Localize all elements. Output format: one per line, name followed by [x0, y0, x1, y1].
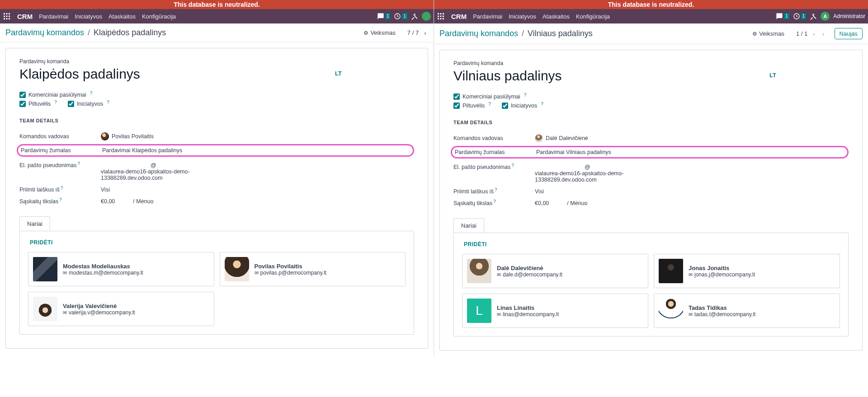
- pager-prev-icon[interactable]: ‹: [811, 30, 817, 37]
- help-icon[interactable]: ?: [54, 100, 57, 105]
- svg-rect-10: [438, 13, 439, 14]
- help-icon[interactable]: ?: [493, 199, 496, 204]
- nav-leads[interactable]: Iniciatyvos: [75, 13, 102, 20]
- value-leader[interactable]: Povilas Povilaitis: [101, 132, 154, 140]
- label-leader: Komandos vadovas: [453, 135, 535, 141]
- add-member-button[interactable]: PRIDĖTI: [30, 239, 406, 246]
- value-journal[interactable]: Pardavimai Klaipėdos padalinys: [102, 147, 182, 154]
- activity-badge: 1: [402, 13, 407, 19]
- checkbox-leads[interactable]: Iniciatyvos?: [502, 103, 543, 109]
- user-avatar-partial[interactable]: [422, 12, 431, 21]
- label-journal: Pardavimų žurnalas: [21, 147, 102, 154]
- nav-reports[interactable]: Ataskaitos: [108, 13, 136, 20]
- member-name: Tadas Tidikas: [689, 304, 755, 311]
- member-email: valerija.v@democompany.lt: [63, 309, 135, 316]
- help-icon[interactable]: ?: [77, 161, 80, 166]
- pager-count: 7 / 7: [407, 29, 419, 36]
- value-leader[interactable]: Dalė Dalevičienė: [535, 134, 588, 142]
- tools-icon[interactable]: [411, 13, 418, 20]
- pager-next-icon[interactable]: ›: [821, 30, 826, 37]
- apps-menu-icon[interactable]: [437, 12, 445, 20]
- help-icon[interactable]: ?: [495, 187, 497, 192]
- member-card[interactable]: Valerija Valevičienėvalerija.v@democompa…: [28, 292, 214, 326]
- activity-icon[interactable]: 1: [793, 13, 807, 20]
- tools-icon[interactable]: [810, 13, 817, 20]
- language-badge[interactable]: LT: [769, 72, 776, 79]
- value-accept-mail[interactable]: Visi: [535, 188, 544, 195]
- apps-menu-icon[interactable]: [3, 12, 11, 20]
- member-card[interactable]: Povilas Povilaitispovilas.p@democompany.…: [220, 252, 406, 286]
- checkbox-offers[interactable]: Komerciniai pasiūlymai?: [19, 92, 92, 98]
- member-name: Dalė Dalevičienė: [497, 265, 562, 271]
- user-name[interactable]: Administrator: [833, 13, 865, 19]
- value-invoice-target[interactable]: €0,00: [101, 198, 115, 205]
- member-card[interactable]: Tadas Tidikastadas.t@democompany.lt: [654, 294, 840, 328]
- member-card[interactable]: Modestas Modeliauskasmodestas.m@democomp…: [28, 252, 214, 286]
- chat-icon[interactable]: 1: [776, 13, 789, 20]
- nav-sales[interactable]: Pardavimai: [39, 13, 68, 20]
- tab-members[interactable]: Nariai: [19, 216, 50, 231]
- member-card[interactable]: Jonas Jonaitisjonas.j@democompany.lt: [654, 254, 840, 288]
- user-avatar[interactable]: A: [821, 12, 830, 21]
- help-icon[interactable]: ?: [524, 93, 527, 98]
- breadcrumb: Pardavimų komandos / Klaipėdos padalinys…: [0, 23, 434, 42]
- help-icon[interactable]: ?: [107, 100, 109, 105]
- value-invoice-target[interactable]: €0,00: [535, 200, 549, 206]
- breadcrumb-root[interactable]: Pardavimų komandos: [5, 28, 84, 37]
- member-name: Modestas Modeliauskas: [63, 263, 143, 270]
- checkbox-funnel[interactable]: Piltuvėlis?: [19, 101, 57, 107]
- help-icon[interactable]: ?: [59, 197, 62, 202]
- action-dropdown[interactable]: ⚙Veiksmas: [363, 29, 396, 36]
- neutralized-banner: This database is neutralized.: [434, 0, 868, 9]
- help-icon[interactable]: ?: [61, 186, 63, 191]
- topbar: CRM Pardavimai Iniciatyvos Ataskaitos Ko…: [434, 9, 868, 23]
- action-dropdown[interactable]: ⚙Veiksmas: [752, 30, 784, 37]
- topbar: CRM Pardavimai Iniciatyvos Ataskaitos Ko…: [0, 9, 434, 23]
- mail-icon: [63, 309, 67, 316]
- member-card[interactable]: LLinas Linaitislinas@democompany.lt: [462, 294, 648, 328]
- chat-icon[interactable]: 1: [377, 13, 391, 20]
- chat-badge: 1: [385, 13, 391, 19]
- member-name: Jonas Jonaitis: [689, 265, 755, 271]
- label-leader: Komandos vadovas: [19, 133, 101, 140]
- checkbox-offers[interactable]: Komerciniai pasiūlymai?: [453, 93, 526, 100]
- checkbox-leads[interactable]: Iniciatyvos?: [68, 101, 109, 107]
- section-team-details: TEAM DETAILS: [453, 120, 849, 125]
- add-member-button[interactable]: PRIDĖTI: [464, 241, 840, 248]
- member-avatar: [33, 297, 57, 321]
- checkbox-funnel[interactable]: Piltuvėlis?: [453, 103, 491, 109]
- help-icon[interactable]: ?: [511, 163, 514, 168]
- app-brand[interactable]: CRM: [451, 13, 467, 20]
- tab-members[interactable]: Nariai: [453, 218, 484, 233]
- email-at: @: [151, 162, 156, 168]
- value-accept-mail[interactable]: Visi: [101, 187, 110, 193]
- new-button[interactable]: Naujas: [835, 28, 863, 39]
- language-badge[interactable]: LT: [335, 70, 342, 77]
- svg-rect-17: [440, 18, 442, 19]
- nav-config[interactable]: Konfigūracija: [142, 13, 176, 20]
- label-accept-mail: Priimti laiškus iš?: [453, 188, 535, 195]
- nav-leads[interactable]: Iniciatyvos: [509, 13, 536, 20]
- chat-badge: 1: [784, 13, 789, 19]
- nav-config[interactable]: Konfigūracija: [576, 13, 610, 20]
- form-card: LT Pardavimų komanda Vilniaus padalinys …: [439, 50, 863, 350]
- label-email-alias: El. pašto pseudonimas?: [19, 162, 101, 168]
- activity-icon[interactable]: 1: [394, 13, 407, 20]
- member-card[interactable]: Dalė Dalevičienėdale.d@democompany.lt: [462, 254, 648, 288]
- svg-rect-7: [6, 18, 8, 19]
- member-email: dale.d@democompany.lt: [497, 271, 562, 278]
- app-brand[interactable]: CRM: [17, 13, 33, 20]
- page-title[interactable]: Vilniaus padalinys: [453, 68, 849, 84]
- help-icon[interactable]: ?: [488, 102, 491, 107]
- breadcrumb-root[interactable]: Pardavimų komandos: [439, 29, 518, 38]
- member-avatar: L: [467, 299, 491, 323]
- page-title[interactable]: Klaipėdos padalinys: [19, 66, 414, 82]
- help-icon[interactable]: ?: [90, 91, 93, 96]
- member-email: povilas.p@democompany.lt: [255, 270, 327, 276]
- member-avatar: [659, 299, 683, 323]
- nav-sales[interactable]: Pardavimai: [473, 13, 502, 20]
- nav-reports[interactable]: Ataskaitos: [542, 13, 570, 20]
- help-icon[interactable]: ?: [541, 102, 543, 107]
- value-journal[interactable]: Pardavimai Vilniaus padalinys: [536, 149, 611, 155]
- pager-prev-icon[interactable]: ‹: [422, 29, 428, 37]
